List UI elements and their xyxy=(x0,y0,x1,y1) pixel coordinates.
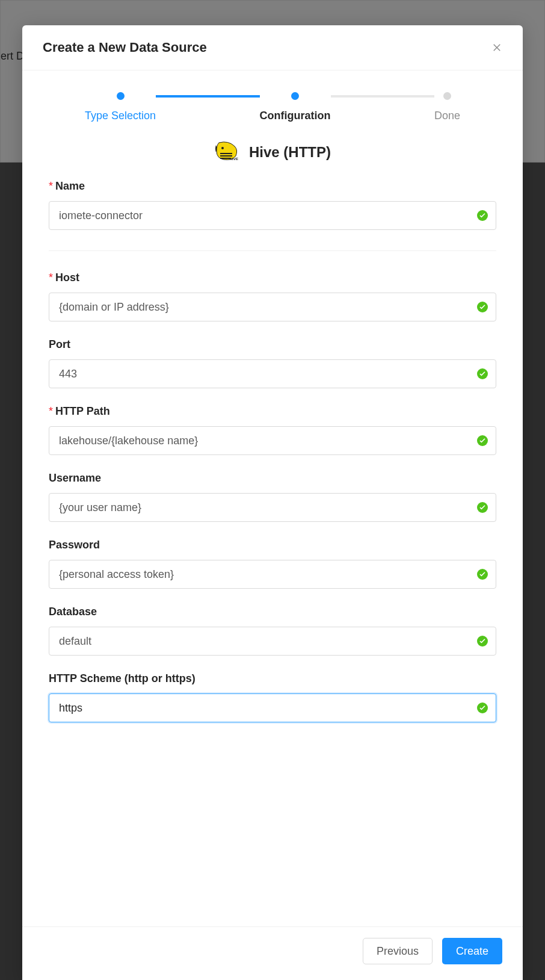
field-label-http-path: *HTTP Path xyxy=(49,405,496,418)
label-text: Name xyxy=(55,180,85,192)
field-label-name: *Name xyxy=(49,180,496,193)
field-label-database: Database xyxy=(49,606,496,618)
field-username: Username xyxy=(49,472,496,522)
modal-header: Create a New Data Source xyxy=(22,25,523,70)
step-done: Done xyxy=(434,92,460,122)
previous-button[interactable]: Previous xyxy=(363,938,433,964)
step-dot-icon xyxy=(117,92,125,100)
create-button[interactable]: Create xyxy=(442,938,502,964)
data-source-heading: HIVE Hive (HTTP) xyxy=(49,141,496,163)
svg-text:HIVE: HIVE xyxy=(230,157,238,161)
field-label-port: Port xyxy=(49,338,496,351)
password-input[interactable] xyxy=(49,560,496,589)
create-data-source-modal: Create a New Data Source Type Selection … xyxy=(22,25,523,980)
step-connector xyxy=(156,95,259,98)
stepper: Type Selection Configuration Done xyxy=(85,92,460,122)
step-type-selection[interactable]: Type Selection xyxy=(85,92,156,122)
check-icon xyxy=(477,569,488,580)
step-connector xyxy=(331,95,434,98)
field-database: Database xyxy=(49,606,496,656)
field-name: *Name xyxy=(49,180,496,251)
modal-body: Type Selection Configuration Done HI xyxy=(22,70,523,926)
http-path-input[interactable] xyxy=(49,426,496,455)
http-scheme-input[interactable] xyxy=(49,693,496,722)
svg-point-2 xyxy=(221,147,224,149)
field-label-host: *Host xyxy=(49,271,496,284)
database-input[interactable] xyxy=(49,627,496,656)
label-text: Port xyxy=(49,338,70,350)
field-password: Password xyxy=(49,539,496,589)
username-input[interactable] xyxy=(49,493,496,522)
hive-icon: HIVE xyxy=(214,141,239,163)
step-label: Type Selection xyxy=(85,110,156,122)
host-input[interactable] xyxy=(49,293,496,321)
close-icon[interactable] xyxy=(491,42,502,53)
step-dot-icon xyxy=(291,92,299,100)
check-icon xyxy=(477,435,488,446)
port-input[interactable] xyxy=(49,359,496,388)
check-icon xyxy=(477,368,488,379)
name-input[interactable] xyxy=(49,201,496,230)
label-text: Password xyxy=(49,539,100,551)
modal-title: Create a New Data Source xyxy=(43,40,207,55)
field-label-password: Password xyxy=(49,539,496,551)
data-source-title: Hive (HTTP) xyxy=(249,144,331,161)
check-icon xyxy=(477,502,488,513)
field-http-path: *HTTP Path xyxy=(49,405,496,455)
field-label-http-scheme: HTTP Scheme (http or https) xyxy=(49,672,496,685)
label-text: Username xyxy=(49,472,101,484)
field-port: Port xyxy=(49,338,496,388)
step-label: Done xyxy=(434,110,460,122)
label-text: HTTP Scheme (http or https) xyxy=(49,672,196,684)
step-dot-icon xyxy=(443,92,451,100)
check-icon xyxy=(477,210,488,221)
label-text: HTTP Path xyxy=(55,405,110,417)
check-icon xyxy=(477,636,488,647)
label-text: Host xyxy=(55,271,79,284)
field-label-username: Username xyxy=(49,472,496,485)
field-host: *Host xyxy=(49,271,496,321)
check-icon xyxy=(477,302,488,312)
modal-footer: Previous Create xyxy=(22,926,523,980)
step-label: Configuration xyxy=(260,110,331,122)
field-http-scheme: HTTP Scheme (http or https) xyxy=(49,672,496,722)
check-icon xyxy=(477,702,488,713)
step-configuration: Configuration xyxy=(260,92,331,122)
label-text: Database xyxy=(49,606,97,618)
